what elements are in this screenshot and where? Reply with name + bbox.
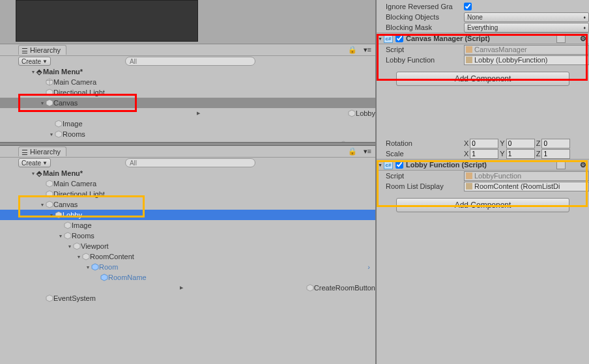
prop-script: Script CanvasManager [377, 44, 589, 55]
gameobject-icon [46, 201, 53, 208]
tree-item-directional-light[interactable]: Directional Light [0, 189, 375, 199]
tree-item-main-camera[interactable]: Main Camera [0, 77, 375, 87]
hierarchy-tab[interactable]: ☰ Hierarchy [18, 45, 66, 55]
blocking-objects-dropdown[interactable]: None♦ [464, 12, 589, 22]
component-enabled-checkbox[interactable] [395, 35, 403, 42]
foldout-arrow-icon[interactable]: ▼ [378, 163, 382, 167]
tree-item-image[interactable]: Image [0, 119, 375, 129]
hierarchy-panel-header[interactable]: ☰ Hierarchy 🔒 ▾≡ [0, 44, 375, 56]
gameobject-icon [348, 109, 356, 117]
foldout-arrow-icon[interactable] [57, 285, 306, 290]
help-icon[interactable] [556, 160, 566, 169]
gameobject-icon [46, 180, 53, 188]
foldout-arrow-icon[interactable] [30, 68, 36, 75]
lobby-function-field[interactable]: Lobby (LobbyFunction) [464, 55, 589, 65]
foldout-arrow-icon[interactable]: ▼ [378, 36, 382, 41]
tree-item-viewport[interactable]: Viewport [0, 241, 375, 251]
tree-item-image[interactable]: Image [0, 220, 375, 231]
prop-label: Ignore Reversed Gra [386, 3, 464, 10]
lock-icon[interactable]: 🔒 [348, 46, 357, 54]
preset-icon[interactable] [567, 160, 576, 169]
tree-item-lobby[interactable]: Lobby [0, 210, 375, 220]
prop-blocking-objects: Blocking Objects None♦ [377, 12, 589, 22]
tree-item-room[interactable]: Room› [0, 262, 375, 272]
scale-z: Z [536, 149, 571, 159]
tree-item-eventsystem[interactable]: EventSystem [0, 293, 375, 303]
component-enabled-checkbox[interactable] [395, 161, 403, 169]
tree-item-roomcontent[interactable]: RoomContent [0, 251, 375, 262]
prop-label: Lobby Function [386, 56, 464, 64]
scale-z-input[interactable] [541, 149, 570, 159]
canvas-manager-component-header[interactable]: ▼ c# Canvas Manager (Script) ⚙ [377, 33, 589, 44]
tree-item-lobby[interactable]: Lobby [0, 108, 375, 119]
foldout-arrow-icon[interactable] [30, 170, 36, 176]
gear-icon[interactable]: ⚙ [580, 161, 586, 169]
panel-menu-icon[interactable]: ▾≡ [364, 147, 371, 156]
foldout-arrow-icon[interactable] [66, 243, 73, 249]
tree-item-roomname[interactable]: RoomName [0, 272, 375, 283]
foldout-arrow-icon[interactable] [48, 212, 55, 218]
scale-y-input[interactable] [506, 149, 535, 159]
tree-item-rooms[interactable]: Rooms [0, 129, 375, 139]
tree-item-label: Room [99, 263, 118, 271]
create-button[interactable]: Create ▼ [18, 158, 51, 167]
prop-label: Room List Display [386, 182, 464, 190]
prefab-open-icon[interactable]: › [367, 263, 370, 271]
prop-label: Script [386, 46, 464, 53]
foldout-arrow-icon[interactable] [57, 232, 64, 239]
scene-name: Main Menu* [43, 68, 83, 76]
foldout-arrow-icon[interactable] [39, 201, 46, 208]
rotation-y-input[interactable] [506, 139, 535, 148]
prop-label: Blocking Objects [386, 13, 464, 21]
tree-item-createroombutton[interactable]: CreateRoomButton [0, 283, 375, 293]
rotation-z: Z [536, 139, 571, 148]
help-icon[interactable] [556, 34, 566, 43]
gear-icon[interactable]: ⚙ [580, 35, 586, 43]
hierarchy-tab[interactable]: ☰ Hierarchy [18, 147, 66, 156]
scale-y: Y [500, 149, 534, 159]
search-input[interactable] [125, 57, 255, 66]
lock-icon[interactable]: 🔒 [348, 147, 357, 156]
object-ref-icon [466, 183, 472, 189]
add-component-button[interactable]: Add Component [396, 72, 569, 86]
hierarchy-icon: ☰ [22, 148, 28, 155]
gameobject-icon [46, 78, 53, 86]
room-list-display-field[interactable]: RoomContent (RoomListDi [464, 182, 589, 191]
scene-root[interactable]: ⬘ Main Menu* [0, 66, 375, 77]
panel-menu-icon[interactable]: ▾≡ [364, 46, 371, 54]
tree-item-rooms[interactable]: Rooms [0, 231, 375, 241]
preset-icon[interactable] [567, 34, 576, 43]
prop-label: Blocking Mask [386, 23, 464, 31]
create-button[interactable]: Create ▼ [18, 57, 51, 66]
search-input[interactable] [125, 158, 255, 167]
rotation-y: Y [500, 139, 534, 148]
prefab-icon [100, 273, 108, 281]
scale-x-input[interactable] [470, 149, 498, 159]
tree-item-label: Main Camera [53, 78, 96, 86]
add-component-button[interactable]: Add Component [396, 198, 569, 212]
scene-root[interactable]: ⬘ Main Menu* [0, 168, 375, 178]
lobby-function-component-header[interactable]: ▼ c# Lobby Function (Script) ⚙ [377, 159, 589, 171]
foldout-arrow-icon[interactable] [76, 253, 82, 260]
rotation-x-input[interactable] [470, 139, 498, 148]
script-field: CanvasManager [464, 45, 589, 55]
tree-item-viewport[interactable]: Viewport [0, 139, 375, 142]
blocking-mask-dropdown[interactable]: Everything♦ [464, 23, 589, 33]
foldout-arrow-icon[interactable] [85, 264, 91, 270]
tree-item-canvas[interactable]: Canvas [0, 98, 375, 108]
foldout-arrow-icon[interactable] [48, 111, 348, 116]
foldout-arrow-icon[interactable] [48, 131, 55, 137]
tree-item-label: Image [63, 120, 83, 128]
tree-item-label: Rooms [63, 130, 85, 138]
y-label: Y [500, 150, 504, 158]
ignore-reversed-checkbox[interactable] [464, 3, 472, 10]
tree-item-canvas[interactable]: Canvas [0, 199, 375, 210]
tree-item-main-camera[interactable]: Main Camera [0, 178, 375, 189]
tree-item-label: Directional Light [53, 190, 105, 198]
rotation-z-input[interactable] [541, 139, 570, 148]
hierarchy-panel-header-2[interactable]: ☰ Hierarchy 🔒 ▾≡ [0, 146, 375, 158]
gameobject-icon [82, 253, 90, 260]
foldout-arrow-icon[interactable] [39, 100, 46, 106]
script-ref-icon [466, 173, 472, 179]
tree-item-directional-light[interactable]: Directional Light [0, 87, 375, 98]
